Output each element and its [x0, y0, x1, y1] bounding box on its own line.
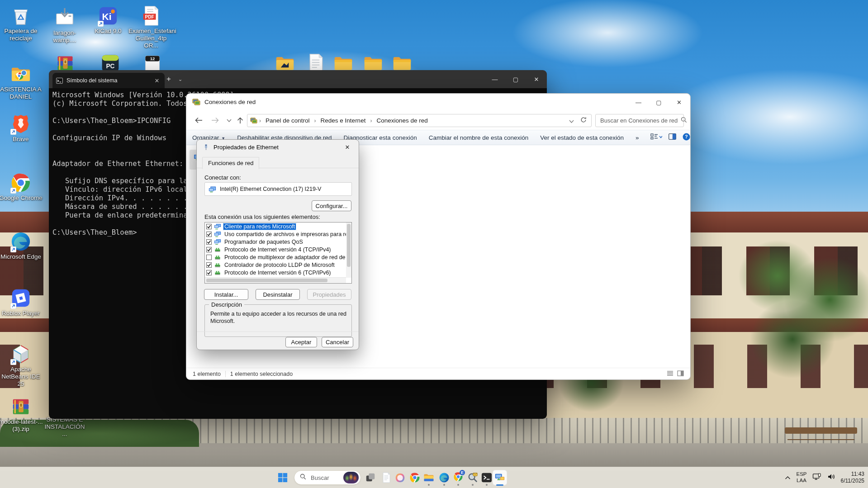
desktop-icon-kicad[interactable]: KiKiCad 9.0: [85, 5, 131, 35]
explorer-maximize-button[interactable]: ▢: [649, 94, 669, 111]
adapter-field[interactable]: Intel(R) Ethernet Connection (17) I219-V: [204, 182, 352, 196]
connection-item-row[interactable]: Protocolo de Internet versión 6 (TCP/IPv…: [205, 269, 351, 276]
clock[interactable]: 11:436/11/2025: [841, 471, 865, 484]
taskbar-chrome[interactable]: [408, 470, 422, 485]
terminal-minimize-button[interactable]: —: [484, 70, 505, 88]
taskbar-terminal[interactable]: [479, 470, 494, 485]
dialog-close-icon[interactable]: ✕: [338, 140, 357, 155]
breadcrumb-chevron-icon: ›: [314, 118, 316, 124]
volume-icon[interactable]: [827, 473, 835, 482]
toolbar-command[interactable]: Ver el estado de esta conexión: [540, 134, 624, 141]
explorer-close-button[interactable]: ✕: [669, 94, 689, 111]
thumbnail-view-icon[interactable]: [677, 370, 684, 378]
explorer-search-input[interactable]: [599, 117, 681, 124]
cancel-button[interactable]: Cancelar: [322, 337, 353, 347]
properties-button[interactable]: Propiedades: [307, 289, 351, 300]
connection-items-list[interactable]: Cliente para redes MicrosoftUso comparti…: [204, 222, 352, 284]
breadcrumb-segment[interactable]: Conexiones de red: [374, 117, 430, 124]
explorer-search[interactable]: [595, 114, 684, 127]
explorer-titlebar[interactable]: Conexiones de red — ▢ ✕: [186, 94, 690, 111]
back-icon[interactable]: [193, 114, 204, 126]
terminal-maximize-button[interactable]: ▢: [505, 70, 526, 88]
svg-text:?: ?: [685, 134, 688, 139]
tab-close-icon[interactable]: ✕: [153, 77, 161, 84]
desktop-icon-roblox[interactable]: Roblox Player: [0, 288, 43, 317]
address-dropdown-icon[interactable]: [569, 117, 574, 125]
checkbox[interactable]: [206, 270, 212, 275]
help-icon[interactable]: ?: [683, 133, 690, 142]
search-highlight-image[interactable]: [343, 472, 359, 483]
checkbox[interactable]: [206, 232, 212, 237]
desktop-icon-chrome[interactable]: Google Chrome: [0, 172, 43, 202]
up-icon[interactable]: [234, 114, 246, 126]
uninstall-button[interactable]: Desinstalar: [256, 289, 300, 300]
breadcrumb-segment[interactable]: Redes e Internet: [318, 117, 369, 124]
connection-item-row[interactable]: Cliente para redes Microsoft: [205, 223, 351, 230]
view-options-icon[interactable]: [650, 133, 662, 142]
download-installer-icon: [54, 7, 75, 28]
connection-item-row[interactable]: Programador de paquetes QoS: [205, 238, 351, 246]
network-tray-icon[interactable]: [812, 473, 822, 483]
toolbar-overflow-chevron[interactable]: »: [636, 134, 639, 141]
terminal-tab[interactable]: Símbolo del sistema ✕: [52, 73, 165, 88]
forward-icon[interactable]: [209, 114, 221, 126]
document-icon: [381, 472, 392, 483]
taskbar-file-explorer[interactable]: [422, 470, 436, 485]
recycle-bin-icon: [10, 5, 31, 26]
taskbar-network-connections[interactable]: [493, 470, 507, 485]
hidden-icons-chevron[interactable]: [785, 474, 791, 482]
breadcrumb-segment[interactable]: Panel de control: [263, 117, 313, 124]
tab-network-functions[interactable]: Funciones de red: [202, 157, 259, 169]
details-view-icon[interactable]: [667, 370, 674, 378]
terminal-titlebar[interactable]: Símbolo del sistema ✕ + ⌄ — ▢ ✕: [49, 70, 547, 88]
taskbar-search-input[interactable]: [310, 474, 340, 482]
dialog-titlebar[interactable]: Propiedades de Ethernet ✕: [197, 140, 359, 155]
refresh-icon[interactable]: [580, 117, 587, 125]
connection-item-row[interactable]: Protocolo de Internet versión 4 (TCP/IPv…: [205, 246, 351, 253]
desktop-icon-brave[interactable]: Brave: [0, 114, 43, 143]
tab-dropdown-icon[interactable]: ⌄: [178, 76, 182, 82]
checkbox[interactable]: [206, 262, 212, 268]
checkbox[interactable]: [206, 247, 212, 252]
desktop-icon-download-installer[interactable]: laragon-wamp....: [42, 7, 87, 44]
client-icon: [214, 231, 221, 237]
desktop-icon-label: Microsoft Edge: [0, 253, 43, 261]
copilot-icon: [395, 473, 405, 483]
new-tab-button[interactable]: +: [163, 75, 175, 84]
list-vertical-scrollbar[interactable]: [346, 223, 351, 278]
ok-button[interactable]: Aceptar: [285, 337, 317, 347]
checkbox[interactable]: [206, 224, 212, 229]
search-icon[interactable]: [681, 117, 687, 125]
taskbar-search[interactable]: [294, 470, 361, 485]
desktop-icon-folder-chrome[interactable]: ASISTENCIA A DANIEL: [0, 64, 43, 100]
breadcrumb[interactable]: › Panel de control›Redes e Internet›Cone…: [247, 114, 592, 127]
taskbar-document[interactable]: [379, 470, 394, 485]
toolbar-command[interactable]: Cambiar el nombre de esta conexión: [429, 134, 529, 141]
svg-text:PC: PC: [106, 63, 114, 70]
explorer-minimize-button[interactable]: —: [628, 94, 649, 111]
taskbar-search-tool[interactable]: [465, 470, 480, 485]
desktop-icon-netbeans[interactable]: Apache NetBeans IDE 25: [0, 344, 43, 388]
install-button[interactable]: Instalar...: [204, 289, 248, 300]
history-dropdown-icon[interactable]: [223, 114, 235, 126]
terminal-close-button[interactable]: ✕: [526, 70, 547, 88]
taskbar-task-view[interactable]: [363, 470, 378, 485]
list-horizontal-scrollbar[interactable]: [205, 277, 346, 283]
checkbox[interactable]: [206, 239, 212, 245]
configure-button[interactable]: Configurar...: [312, 200, 351, 211]
desktop-icon-edge[interactable]: Microsoft Edge: [0, 231, 43, 261]
language-indicator[interactable]: ESPLAA: [796, 471, 806, 484]
connection-item-row[interactable]: Uso compartido de archivos e impresoras …: [205, 230, 351, 238]
preview-pane-icon[interactable]: [669, 133, 676, 142]
start-button[interactable]: [275, 470, 290, 485]
desktop-icon-recycle-bin[interactable]: Papelera de reciclaje: [0, 5, 43, 42]
connection-item-row[interactable]: Controlador de protocolo LLDP de Microso…: [205, 261, 351, 269]
taskbar-edge[interactable]: [437, 470, 451, 485]
desktop-icon-pdf[interactable]: PDFExamen_Estefani Guillen_4tp OR...: [128, 5, 174, 49]
folder-chrome-icon: [10, 64, 31, 85]
desktop-icon-winrar-zip[interactable]: moodle-latest-... (3).zip: [0, 396, 43, 433]
taskbar-chrome-profile[interactable]: E: [451, 470, 465, 485]
connection-item-row[interactable]: Protocolo de multiplexor de adaptador de…: [205, 253, 351, 261]
taskbar-copilot[interactable]: [393, 470, 407, 485]
checkbox[interactable]: [206, 255, 212, 260]
